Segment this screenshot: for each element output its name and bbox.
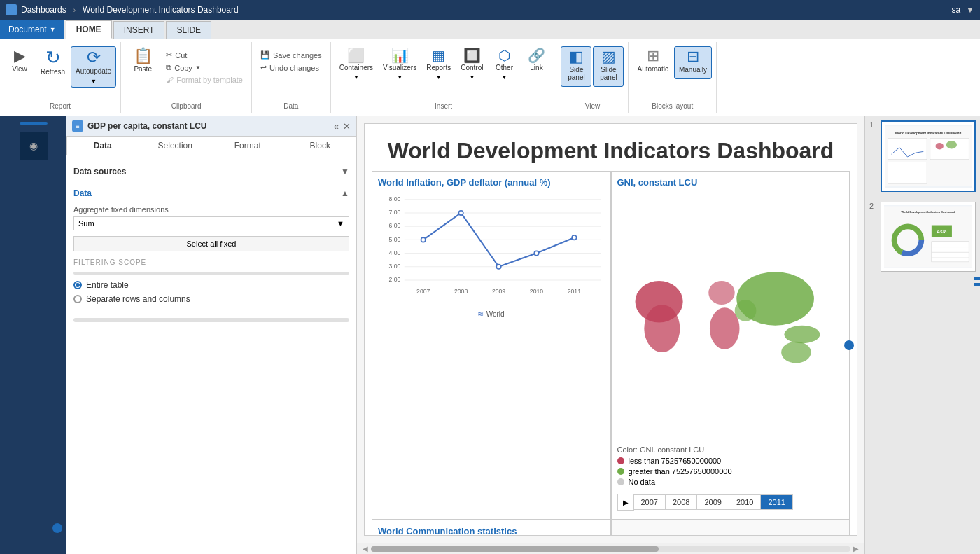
bottom-scrollbar[interactable]: ◀ ▶ <box>357 543 864 554</box>
data-subsection[interactable]: Data ▲ <box>74 186 349 201</box>
undo-changes-button[interactable]: ↩ Undo changes <box>256 62 326 74</box>
manually-icon: ⊟ <box>687 49 699 64</box>
control-arrow: ▼ <box>469 74 475 81</box>
play-button[interactable]: ▶ <box>617 494 634 511</box>
automatic-button[interactable]: ⊞ Automatic <box>633 46 672 78</box>
inflation-chart-title: World Inflation, GDP deflator (annual %) <box>378 177 605 188</box>
empty-chart-box <box>611 520 850 536</box>
tab-slide[interactable]: SLIDE <box>166 21 211 39</box>
tab-format[interactable]: Format <box>211 137 284 155</box>
svg-text:8.00: 8.00 <box>389 195 401 202</box>
svg-rect-68 <box>888 138 927 160</box>
resize-handle-right[interactable] <box>844 340 854 350</box>
filtering-scope-bar <box>74 272 349 275</box>
collapse-button[interactable]: ▼ <box>966 5 974 15</box>
communication-chart-box: World Communication statistics 2,200,000… <box>372 520 611 536</box>
scroll-left-arrow[interactable]: ◀ <box>363 545 368 553</box>
svg-text:2.00: 2.00 <box>389 276 401 283</box>
panel-scroll-bar[interactable] <box>74 318 349 322</box>
tab-block[interactable]: Block <box>284 137 357 155</box>
panel-close-button[interactable]: ✕ <box>343 121 351 132</box>
other-button[interactable]: ⬡ Other ▼ <box>489 46 519 83</box>
slide-1-svg: World Development Indicators Dashboard <box>885 125 972 188</box>
svg-text:2011: 2011 <box>568 288 581 295</box>
save-changes-button[interactable]: 💾 Save changes <box>256 49 326 61</box>
visualizers-button[interactable]: 📊 Visualizers ▼ <box>379 46 421 83</box>
side-panel-label: Sidepanel <box>568 66 584 81</box>
containers-arrow: ▼ <box>354 74 359 81</box>
year-2009-button[interactable]: 2009 <box>697 494 729 510</box>
autoupdate-button[interactable]: ⟳ Autoupdate ▼ <box>71 46 116 88</box>
nav-item-1[interactable]: ◉ <box>20 132 48 160</box>
slide-2-svg: World Development Indicators Dashboard A… <box>884 205 972 268</box>
svg-text:2010: 2010 <box>530 288 543 295</box>
autoupdate-label: Autoupdate <box>76 67 111 75</box>
select-fixed-button[interactable]: Select all fixed <box>74 236 349 251</box>
slides-panel: 1 World Development Indicators Dashboard <box>864 116 980 554</box>
svg-text:7.00: 7.00 <box>389 209 401 216</box>
side-panel-button[interactable]: ◧ Sidepanel <box>561 46 592 87</box>
slide-2-thumb[interactable]: World Development Indicators Dashboard A… <box>881 202 976 272</box>
undo-icon: ↩ <box>260 63 267 72</box>
charts-grid: World Inflation, GDP deflator (annual %)… <box>365 171 857 519</box>
reports-button[interactable]: ▦ Reports ▼ <box>422 46 455 83</box>
copy-icon: ⧉ <box>166 63 172 72</box>
data-panel-header: ≡ GDP per capita, constant LCU « ✕ <box>66 116 356 137</box>
svg-text:Asia: Asia <box>937 229 947 234</box>
year-2010-button[interactable]: 2010 <box>729 494 761 510</box>
map-svg <box>617 191 844 443</box>
timeline-controls: ▶ 2007 2008 2009 2010 2011 <box>617 494 844 511</box>
copy-button[interactable]: ⧉ Copy ▼ <box>162 62 247 74</box>
radio-entire-icon <box>74 281 82 289</box>
tab-selection[interactable]: Selection <box>139 137 212 155</box>
data-subsection-title: Data <box>74 188 92 198</box>
scrollbar-track[interactable] <box>371 546 850 552</box>
link-button[interactable]: 🔗 Link <box>521 46 552 76</box>
right-indicator-2 <box>974 283 980 286</box>
format-label: Format by template <box>176 76 243 84</box>
radio-separate-label: Separate rows and columns <box>86 294 190 304</box>
slide-1-thumb[interactable]: World Development Indicators Dashboard <box>881 120 976 192</box>
gni-chart-title: GNI, constant LCU <box>617 177 844 188</box>
insert-buttons: ⬜ Containers ▼ 📊 Visualizers ▼ ▦ Reports… <box>335 43 552 101</box>
ribbon-group-view: ◧ Sidepanel ▨ Slidepanel View <box>556 42 629 113</box>
copy-arrow: ▼ <box>195 64 201 71</box>
refresh-button[interactable]: ↻ Refresh <box>36 46 69 81</box>
year-2011-button[interactable]: 2011 <box>761 494 792 510</box>
year-2008-button[interactable]: 2008 <box>666 494 697 510</box>
cut-button[interactable]: ✂ Cut <box>162 49 247 61</box>
visualizers-icon: 📊 <box>391 48 409 62</box>
aggregate-label: Aggregate fixed dimensions <box>74 205 349 214</box>
paste-button[interactable]: 📋 Paste <box>125 46 160 78</box>
aggregate-select[interactable]: Sum ▼ <box>74 216 349 230</box>
data-panel-title-area: ≡ GDP per capita, constant LCU <box>72 120 206 132</box>
radio-separate[interactable]: Separate rows and columns <box>74 294 349 304</box>
nav-icon-1: ◉ <box>29 140 38 151</box>
color-label: Color: GNI. constant LCU <box>617 445 844 454</box>
control-button[interactable]: 🔲 Control ▼ <box>456 46 487 83</box>
format-template-button[interactable]: 🖌 Format by template <box>162 74 247 85</box>
svg-rect-70 <box>888 162 927 184</box>
year-2007-button[interactable]: 2007 <box>634 494 666 510</box>
slide-panel-button[interactable]: ▨ Slidepanel <box>593 46 624 87</box>
svg-point-22 <box>534 251 538 255</box>
tab-home[interactable]: HOME <box>66 20 112 39</box>
view-button[interactable]: ▶ View <box>4 46 35 78</box>
radio-entire-table[interactable]: Entire table <box>74 280 349 290</box>
view-icon: ▶ <box>14 48 26 64</box>
scroll-right-arrow[interactable]: ▶ <box>853 545 859 553</box>
document-tab[interactable]: Document ▼ <box>0 20 64 39</box>
manually-button[interactable]: ⊟ Manually <box>674 46 712 79</box>
data-subsection-arrow: ▲ <box>341 188 349 198</box>
containers-button[interactable]: ⬜ Containers ▼ <box>335 46 377 83</box>
radio-group: Entire table Separate rows and columns <box>74 280 349 304</box>
clipboard-group-label: Clipboard <box>172 101 202 111</box>
report-buttons: ▶ View ↻ Refresh ⟳ Autoupdate ▼ <box>4 43 116 101</box>
data-sources-section[interactable]: Data sources ▼ <box>74 162 349 181</box>
tab-insert[interactable]: INSERT <box>113 21 165 39</box>
tab-data[interactable]: Data <box>66 137 139 155</box>
svg-text:World Development Indicators D: World Development Indicators Dashboard <box>902 210 956 214</box>
panel-back-button[interactable]: « <box>334 121 339 132</box>
cut-icon: ✂ <box>166 50 172 60</box>
select-fixed-label: Select all fixed <box>187 240 237 248</box>
